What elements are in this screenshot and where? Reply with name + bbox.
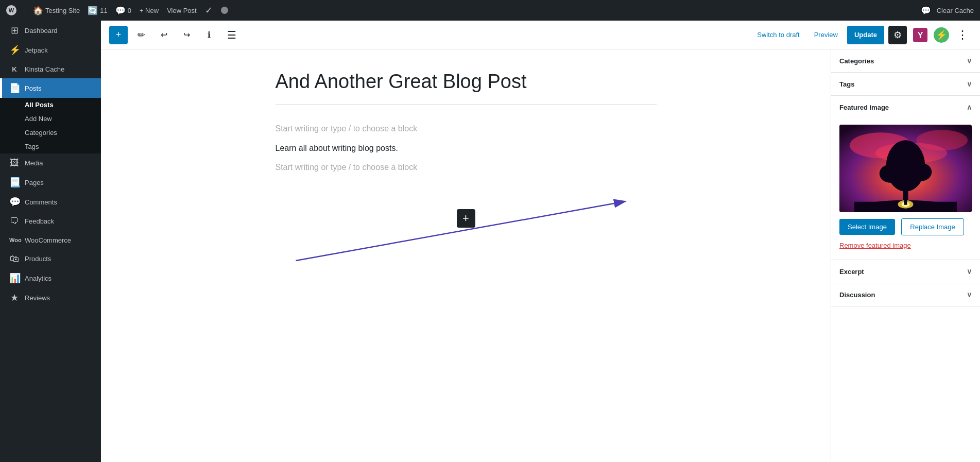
yoast-icon: ✓: [205, 5, 213, 16]
sidebar-item-dashboard[interactable]: ⊞ Dashboard: [0, 21, 101, 40]
categories-label: Categories: [839, 57, 874, 65]
admin-bar-comments[interactable]: 💬 0: [116, 6, 131, 15]
replace-image-button[interactable]: Replace Image: [901, 218, 964, 235]
panel-excerpt-header[interactable]: Excerpt ∨: [831, 260, 980, 283]
kinsta-icon: K: [9, 65, 20, 73]
sidebar-subitem-categories[interactable]: Categories: [0, 126, 101, 140]
sidebar-subitem-all-posts[interactable]: All Posts: [0, 98, 101, 112]
green-circle-button[interactable]: ⚡: [934, 27, 949, 43]
panel-discussion-header[interactable]: Discussion ∨: [831, 283, 980, 306]
panel-categories: Categories ∨: [831, 49, 980, 73]
block-placeholder-2[interactable]: Start writing or type / to choose a bloc…: [276, 159, 657, 176]
sidebar-item-label: Kinsta Cache: [25, 65, 64, 73]
comments-count: 0: [128, 7, 131, 14]
sidebar-item-label: Media: [25, 159, 43, 167]
svg-text:Y: Y: [918, 31, 923, 40]
view-post-label: View Post: [167, 7, 197, 14]
categories-chevron: ∨: [967, 57, 972, 65]
info-button[interactable]: ℹ: [200, 26, 218, 44]
sidebar-item-label: Feedback: [25, 217, 54, 225]
updates-icon: 🔄: [88, 6, 97, 15]
circle-icon: [221, 7, 228, 14]
sidebar-item-posts[interactable]: 📄 Posts: [0, 78, 101, 98]
admin-bar-chat[interactable]: 💬: [921, 6, 931, 15]
sidebar-item-label: Jetpack: [25, 46, 48, 54]
toolbar-right: Switch to draft Preview Update ⚙ Y ⚡ ⋮: [752, 26, 972, 44]
panel-tags-header[interactable]: Tags ∨: [831, 73, 980, 95]
comments-icon: 💬: [9, 196, 20, 208]
excerpt-chevron: ∨: [967, 267, 972, 276]
yoast-toolbar-button[interactable]: Y: [911, 26, 930, 44]
sidebar-item-label: Posts: [25, 84, 42, 92]
sidebar-item-label: Analytics: [25, 275, 51, 282]
admin-bar-view-post[interactable]: View Post: [167, 7, 197, 14]
sidebar-item-media[interactable]: 🖼 Media: [0, 153, 101, 173]
sidebar-item-feedback[interactable]: 🗨 Feedback: [0, 212, 101, 231]
add-block-toolbar-button[interactable]: +: [109, 26, 128, 44]
analytics-icon: 📊: [9, 272, 20, 284]
writing-area[interactable]: And Another Great Blog Post Start writin…: [101, 49, 831, 462]
featured-image-thumbnail[interactable]: [839, 125, 972, 212]
panel-tags: Tags ∨: [831, 73, 980, 96]
sidebar-subitem-add-new[interactable]: Add New: [0, 112, 101, 126]
site-name: Testing Site: [45, 7, 80, 14]
sidebar-item-jetpack[interactable]: ⚡ Jetpack: [0, 40, 101, 60]
block-content-1[interactable]: Learn all about writing blog posts.: [276, 138, 657, 159]
admin-bar-clear-cache[interactable]: Clear Cache: [937, 7, 974, 14]
switch-to-draft-button[interactable]: Switch to draft: [752, 28, 804, 42]
feedback-icon: 🗨: [9, 216, 20, 227]
pages-icon: 📃: [9, 177, 20, 188]
wp-logo[interactable]: W: [6, 5, 16, 15]
list-view-button[interactable]: ☰: [222, 26, 241, 44]
sidebar-item-pages[interactable]: 📃 Pages: [0, 173, 101, 192]
admin-bar-yoast[interactable]: ✓: [205, 5, 213, 16]
tags-chevron: ∨: [967, 80, 972, 88]
undo-button[interactable]: ↩: [154, 26, 173, 44]
preview-button[interactable]: Preview: [809, 28, 843, 42]
featured-image-chevron: ∧: [967, 103, 972, 111]
excerpt-label: Excerpt: [839, 268, 864, 276]
updates-count: 11: [100, 7, 107, 14]
svg-point-17: [903, 193, 908, 198]
divider: [25, 5, 25, 15]
admin-bar-new[interactable]: + New: [140, 7, 159, 14]
update-button[interactable]: Update: [847, 26, 884, 44]
block-placeholder-1[interactable]: Start writing or type / to choose a bloc…: [276, 120, 657, 138]
sidebar-item-label: Dashboard: [25, 27, 58, 35]
sidebar: ⊞ Dashboard ⚡ Jetpack K Kinsta Cache 📄 P…: [0, 21, 101, 462]
select-image-button[interactable]: Select Image: [839, 219, 895, 235]
settings-button[interactable]: ⚙: [888, 26, 907, 44]
add-block-float-button[interactable]: +: [457, 209, 475, 228]
writing-inner: And Another Great Blog Post Start writin…: [265, 49, 667, 197]
clear-cache-label: Clear Cache: [937, 7, 974, 14]
admin-bar-circle[interactable]: [221, 7, 228, 14]
content-area: + ✏ ↩ ↪ ℹ ☰ Switch to draft Preview Upda…: [101, 21, 980, 462]
sidebar-item-reviews[interactable]: ★ Reviews: [0, 288, 101, 307]
admin-bar-updates[interactable]: 🔄 11: [88, 6, 107, 15]
featured-image-body: Select Image Replace Image Remove featur…: [831, 118, 980, 260]
sidebar-item-analytics[interactable]: 📊 Analytics: [0, 268, 101, 288]
sidebar-subitem-tags[interactable]: Tags: [0, 140, 101, 153]
sidebar-item-label: Pages: [25, 179, 44, 186]
panel-featured-image-header[interactable]: Featured image ∧: [831, 96, 980, 118]
right-panel: Categories ∨ Tags ∨ Featured image ∧: [831, 49, 980, 462]
sidebar-item-comments[interactable]: 💬 Comments: [0, 192, 101, 212]
editor-main: And Another Great Blog Post Start writin…: [101, 49, 980, 462]
admin-bar-right: 💬 Clear Cache: [921, 6, 974, 15]
edit-button[interactable]: ✏: [132, 26, 150, 44]
more-options-button[interactable]: ⋮: [953, 26, 972, 44]
sidebar-item-products[interactable]: 🛍 Products: [0, 249, 101, 268]
panel-categories-header[interactable]: Categories ∨: [831, 49, 980, 72]
remove-featured-image-button[interactable]: Remove featured image: [839, 239, 911, 251]
main-layout: ⊞ Dashboard ⚡ Jetpack K Kinsta Cache 📄 P…: [0, 21, 980, 462]
admin-bar-site[interactable]: 🏠 Testing Site: [33, 6, 80, 15]
panel-discussion: Discussion ∨: [831, 283, 980, 306]
discussion-label: Discussion: [839, 291, 875, 299]
post-title[interactable]: And Another Great Blog Post: [276, 70, 657, 94]
sidebar-item-label: Comments: [25, 198, 57, 206]
redo-button[interactable]: ↪: [177, 26, 196, 44]
sidebar-item-kinsta[interactable]: K Kinsta Cache: [0, 60, 101, 78]
sidebar-item-woocommerce[interactable]: Woo WooCommerce: [0, 231, 101, 249]
editor-toolbar: + ✏ ↩ ↪ ℹ ☰ Switch to draft Preview Upda…: [101, 21, 980, 49]
reviews-icon: ★: [9, 292, 20, 303]
